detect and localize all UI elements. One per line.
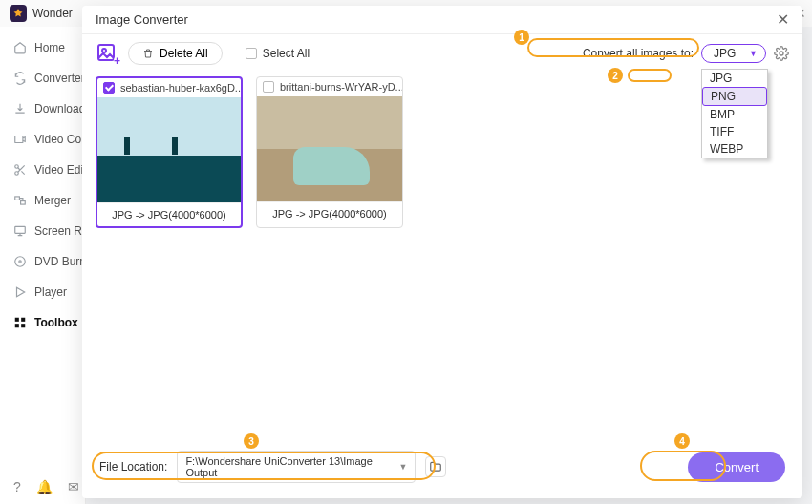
- bell-icon[interactable]: 🔔: [36, 479, 53, 494]
- thumbnail-info: JPG -> JPG(4000*6000): [97, 202, 241, 226]
- sidebar-item-label: Downloader: [34, 102, 85, 116]
- sidebar-item-label: Screen Recorder: [34, 224, 85, 238]
- close-icon[interactable]: ✕: [777, 10, 789, 29]
- sidebar-item-merger[interactable]: Merger: [0, 185, 85, 216]
- convert-label: Convert: [715, 460, 759, 474]
- select-all-checkbox[interactable]: Select All: [246, 47, 310, 60]
- chevron-down-icon: ▼: [749, 49, 758, 58]
- sidebar-item-label: Player: [34, 285, 67, 299]
- file-location-combobox[interactable]: F:\Wondershare UniConverter 13\Image Out…: [177, 451, 416, 483]
- svg-rect-3: [15, 197, 20, 200]
- file-location-value: F:\Wondershare UniConverter 13\Image Out…: [185, 455, 398, 478]
- grid-icon: [13, 316, 27, 329]
- svg-rect-10: [21, 318, 25, 322]
- select-all-label: Select All: [263, 47, 310, 60]
- svg-rect-5: [15, 226, 26, 233]
- sidebar-item-converter[interactable]: Converter: [0, 63, 85, 94]
- play-icon: [13, 285, 27, 299]
- svg-point-14: [102, 49, 106, 52]
- format-option-png[interactable]: PNG: [702, 87, 767, 106]
- svg-point-6: [15, 257, 26, 267]
- thumbnail-filename: sebastian-huber-kax6gD...: [120, 82, 241, 94]
- svg-rect-12: [21, 324, 25, 327]
- format-combobox[interactable]: JPG ▼: [701, 44, 766, 63]
- sidebar: Home Converter Downloader Video Compress…: [0, 27, 86, 504]
- format-option-tiff[interactable]: TIFF: [702, 123, 767, 140]
- thumbnail-checkbox[interactable]: [103, 82, 115, 94]
- format-dropdown: JPG PNG BMP TIFF WEBP: [701, 69, 768, 158]
- merge-icon: [13, 194, 27, 207]
- svg-marker-8: [17, 287, 25, 296]
- screen-icon: [13, 224, 27, 238]
- dialog-footer: File Location: F:\Wondershare UniConvert…: [82, 451, 802, 498]
- svg-rect-11: [15, 324, 19, 327]
- thumbnail-info: JPG -> JPG(4000*6000): [257, 201, 402, 225]
- checkbox-icon: [246, 48, 257, 59]
- home-icon: [13, 41, 27, 54]
- image-converter-dialog: Image Converter ✕ + Delete All Select Al…: [82, 6, 802, 498]
- svg-point-7: [19, 261, 21, 262]
- video-compress-icon: [13, 133, 27, 146]
- convert-icon: [13, 72, 27, 85]
- open-folder-button[interactable]: [425, 456, 446, 477]
- dialog-toolbar: + Delete All Select All Convert all imag…: [82, 34, 802, 73]
- app-title: Wonder: [32, 7, 73, 20]
- chevron-down-icon: ▼: [398, 462, 407, 472]
- folder-icon: [429, 460, 442, 473]
- svg-point-1: [15, 165, 19, 169]
- thumbnail-image: [257, 96, 402, 201]
- svg-rect-0: [15, 136, 23, 143]
- sidebar-item-label: Merger: [34, 194, 71, 207]
- sidebar-item-player[interactable]: Player: [0, 277, 85, 307]
- sidebar-item-label: Toolbox: [34, 316, 78, 329]
- thumbnail-item[interactable]: brittani-burns-WrYAR-yD... JPG -> JPG(40…: [256, 76, 403, 228]
- download-icon: [13, 102, 27, 116]
- svg-point-2: [15, 172, 19, 176]
- sidebar-item-downloader[interactable]: Downloader: [0, 94, 85, 124]
- thumbnail-checkbox[interactable]: [263, 81, 274, 93]
- trash-icon: [142, 48, 154, 59]
- svg-rect-9: [15, 318, 19, 322]
- format-option-webp[interactable]: WEBP: [702, 140, 767, 158]
- disc-icon: [13, 255, 27, 268]
- dialog-title: Image Converter: [96, 12, 188, 27]
- sidebar-item-dvd-burner[interactable]: DVD Burner: [0, 246, 85, 277]
- delete-all-label: Delete All: [160, 47, 208, 60]
- mail-icon[interactable]: ✉: [68, 479, 79, 494]
- sidebar-item-label: Home: [34, 41, 65, 54]
- gear-icon[interactable]: [774, 46, 789, 61]
- dialog-header: Image Converter ✕: [82, 6, 802, 34]
- format-value: JPG: [714, 47, 736, 60]
- thumbnail-filename: brittani-burns-WrYAR-yD...: [280, 81, 402, 93]
- svg-point-15: [780, 52, 783, 55]
- convert-button[interactable]: Convert: [688, 452, 785, 482]
- help-icon[interactable]: ?: [13, 479, 21, 494]
- scissors-icon: [13, 163, 27, 177]
- format-option-bmp[interactable]: BMP: [702, 106, 767, 123]
- thumbnail-image: [97, 97, 241, 202]
- app-logo: [10, 5, 27, 22]
- delete-all-button[interactable]: Delete All: [128, 42, 223, 65]
- sidebar-item-label: Video Editor: [34, 163, 85, 177]
- svg-rect-4: [21, 201, 26, 205]
- sidebar-item-screen-recorder[interactable]: Screen Recorder: [0, 216, 85, 246]
- thumbnail-item[interactable]: sebastian-huber-kax6gD... JPG -> JPG(400…: [96, 76, 243, 228]
- sidebar-item-label: Converter: [34, 72, 85, 85]
- thumbnail-area: sebastian-huber-kax6gD... JPG -> JPG(400…: [82, 73, 802, 232]
- file-location-label: File Location:: [99, 460, 167, 473]
- sidebar-item-label: Video Compressor: [34, 133, 85, 146]
- sidebar-item-toolbox[interactable]: Toolbox: [0, 307, 85, 338]
- add-image-icon[interactable]: +: [96, 42, 118, 65]
- format-option-jpg[interactable]: JPG: [702, 70, 767, 87]
- sidebar-item-video-compressor[interactable]: Video Compressor: [0, 124, 85, 155]
- sidebar-item-video-editor[interactable]: Video Editor: [0, 155, 85, 185]
- convert-to-label: Convert all images to:: [583, 47, 694, 60]
- sidebar-item-home[interactable]: Home: [0, 32, 85, 63]
- sidebar-item-label: DVD Burner: [34, 255, 85, 268]
